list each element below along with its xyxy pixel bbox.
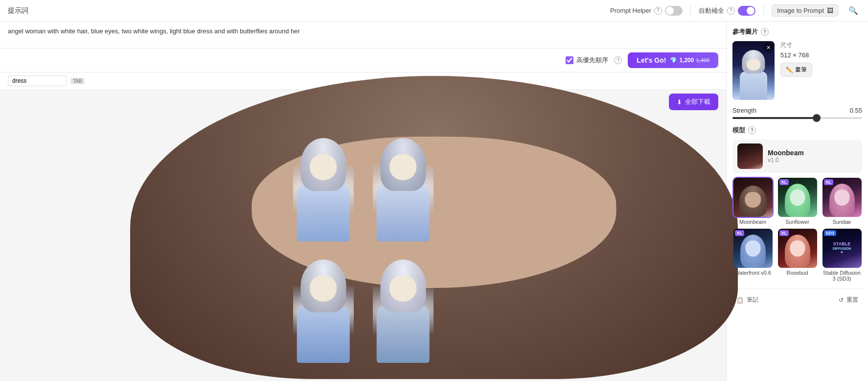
model-thumb-moonbeam bbox=[733, 178, 773, 217]
model-thumb-waterfront: XL bbox=[733, 229, 773, 268]
rosebud-badge: XL bbox=[779, 230, 789, 236]
model-thumb-rosebud: XL bbox=[778, 229, 817, 268]
model-section: 模型 ? Moonbeam v1.0 bbox=[732, 126, 862, 282]
main-layout: angel woman with white hair, blue eyes, … bbox=[0, 22, 868, 381]
model-thumb-sunflower: XL bbox=[778, 178, 817, 217]
waterfront-badge: XL bbox=[735, 230, 745, 236]
model-grid: Moonbeam XL Sunflower bbox=[732, 178, 862, 282]
selected-model-thumb bbox=[737, 143, 763, 169]
model-thumb-sundae: XL bbox=[822, 178, 862, 217]
right-sidebar: 參考圖片 ? ✕ 尺寸 512 × 768 ✏️ 畫筆 bbox=[726, 22, 868, 381]
ref-image-close-button[interactable]: ✕ bbox=[764, 43, 773, 52]
sunflower-badge: XL bbox=[779, 179, 789, 185]
model-thumb-stablediff: STABLE DIFFUSION ✦ SD3 bbox=[822, 229, 862, 268]
selected-model-row[interactable]: Moonbeam v1.0 bbox=[732, 140, 862, 173]
stablediff-badge: SD3 bbox=[824, 230, 837, 236]
sundae-badge: XL bbox=[824, 179, 834, 185]
